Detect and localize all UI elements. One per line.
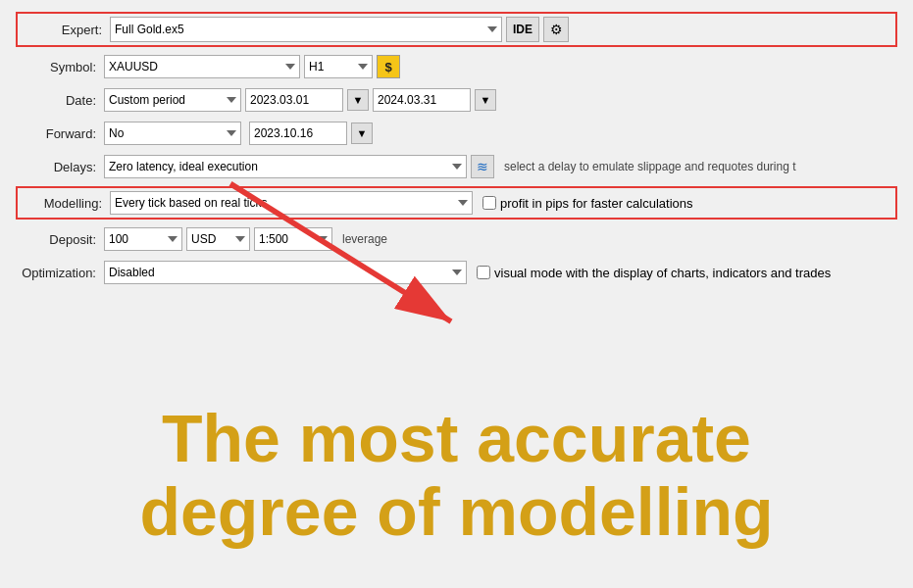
overlay-line2: degree of modelling [0, 475, 913, 549]
modelling-row: Modelling: Every tick based on real tick… [16, 186, 897, 220]
optimization-label: Optimization: [16, 266, 104, 280]
forward-select[interactable]: No [104, 122, 241, 145]
date-to-input[interactable]: 2024.03.31 [373, 88, 471, 112]
delays-select[interactable]: Zero latency, ideal execution [104, 155, 467, 178]
modelling-checkbox[interactable] [482, 196, 496, 210]
optimization-checkbox-label: visual mode with the display of charts, … [494, 266, 831, 280]
date-row: Date: Custom period 2023.03.01 ▼ 2024.03… [16, 86, 897, 114]
optimization-checkbox[interactable] [477, 266, 490, 279]
leverage-select[interactable]: 1:500 [254, 227, 332, 251]
modelling-select[interactable]: Every tick based on real ticks [110, 191, 473, 215]
delays-helper: select a delay to emulate slippage and r… [504, 160, 796, 173]
bottom-text-block: The most accurate degree of modelling [0, 402, 913, 549]
modelling-label: Modelling: [22, 196, 110, 211]
calendar-to-icon: ▼ [481, 94, 491, 106]
calendar-forward-button[interactable]: ▼ [351, 122, 373, 144]
forward-date-input[interactable]: 2023.10.16 [249, 122, 347, 145]
slippage-icon: ≋ [477, 159, 488, 174]
slippage-button[interactable]: ≋ [471, 155, 494, 178]
calendar-forward-icon: ▼ [357, 127, 368, 139]
forward-row: Forward: No 2023.10.16 ▼ [16, 120, 897, 147]
forward-label: Forward: [16, 126, 104, 141]
symbol-row: Symbol: XAUUSD H1 $ [16, 53, 897, 80]
calendar-from-button[interactable]: ▼ [347, 89, 369, 111]
optimization-row: Optimization: Disabled visual mode with … [16, 259, 897, 286]
dollar-button[interactable]: $ [377, 55, 400, 78]
delays-row: Delays: Zero latency, ideal execution ≋ … [16, 153, 897, 180]
expert-select[interactable]: Full Gold.ex5 [110, 17, 502, 42]
dollar-icon: $ [384, 60, 391, 74]
deposit-row: Deposit: 100 USD 1:500 leverage [16, 225, 897, 253]
date-label: Date: [16, 93, 104, 108]
expert-row: Expert: Full Gold.ex5 IDE ⚙ [16, 12, 897, 47]
overlay-line1: The most accurate [0, 402, 913, 475]
currency-select[interactable]: USD [186, 227, 250, 251]
modelling-checkbox-label: profit in pips for faster calculations [500, 196, 693, 211]
leverage-label: leverage [342, 232, 387, 246]
timeframe-select[interactable]: H1 [304, 55, 373, 78]
deposit-label: Deposit: [16, 232, 104, 247]
calendar-from-icon: ▼ [353, 94, 364, 106]
optimization-select[interactable]: Disabled [104, 261, 467, 284]
calendar-to-button[interactable]: ▼ [475, 89, 496, 111]
delays-label: Delays: [16, 160, 104, 174]
ide-button[interactable]: IDE [506, 17, 539, 42]
date-period-select[interactable]: Custom period [104, 88, 241, 112]
deposit-select[interactable]: 100 [104, 227, 182, 251]
symbol-label: Symbol: [16, 60, 104, 74]
expert-label: Expert: [22, 23, 110, 37]
symbol-select[interactable]: XAUUSD [104, 55, 300, 78]
gear-button[interactable]: ⚙ [543, 17, 569, 42]
date-from-input[interactable]: 2023.03.01 [245, 88, 343, 112]
gear-icon: ⚙ [550, 22, 563, 37]
